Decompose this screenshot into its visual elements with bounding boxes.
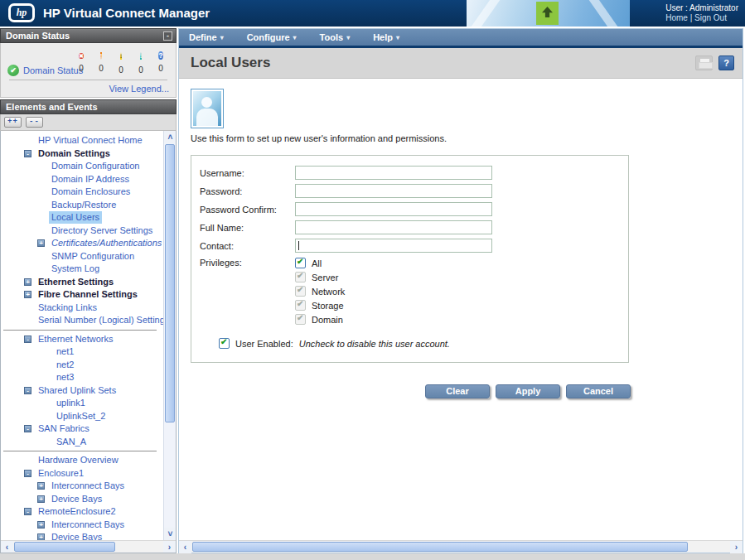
status-count: 0 (154, 64, 167, 73)
tree-item: +Device Bays (1, 531, 163, 540)
collapse-icon[interactable]: - (24, 150, 31, 157)
tree-item-label[interactable]: Certificates/Authentications (49, 237, 163, 249)
tree-item-label[interactable]: SNMP Configuration (49, 250, 137, 263)
scroll-right-icon[interactable]: › (163, 541, 176, 553)
tree-toolbar: ++ -- (0, 114, 177, 131)
collapse-icon[interactable]: - (24, 470, 31, 477)
tree-item-label[interactable]: Interconnect Bays (49, 519, 127, 531)
tree-item-label[interactable]: Backup/Restore (49, 199, 119, 211)
print-icon[interactable] (695, 56, 713, 70)
menu-help[interactable]: Help▾ (373, 32, 399, 42)
scroll-left-icon[interactable]: ‹ (179, 541, 191, 553)
tree-item-label[interactable]: Local Users (49, 211, 102, 224)
expand-icon[interactable]: + (37, 521, 45, 529)
password-confirm-field[interactable] (295, 202, 492, 216)
status-indicator: !0 (134, 46, 148, 75)
tree-item-label[interactable]: Domain IP Address (49, 173, 132, 186)
expand-icon[interactable]: + (37, 482, 45, 490)
collapse-all-button[interactable]: -- (26, 117, 43, 128)
username-field[interactable] (295, 166, 492, 180)
expand-icon[interactable]: + (37, 239, 45, 247)
tree-item-label[interactable]: SAN_A (54, 436, 89, 448)
tree-horizontal-scrollbar[interactable]: ‹ › (1, 540, 176, 553)
privilege-row: Storage (295, 300, 345, 311)
scroll-left-icon[interactable]: ‹ (1, 541, 13, 553)
sign-out-link[interactable]: Sign Out (694, 13, 727, 22)
tree-item-label[interactable]: Shared Uplink Sets (36, 384, 119, 397)
cancel-button[interactable]: Cancel (566, 384, 631, 398)
tree-item-label[interactable]: Hardware Overview (36, 454, 121, 466)
password-field[interactable] (295, 184, 492, 198)
status-indicator: !0 (94, 46, 108, 75)
tree-item-label[interactable]: uplink1 (54, 397, 88, 409)
expand-icon[interactable]: + (37, 533, 45, 540)
hp-logo-icon: hp (8, 3, 35, 22)
apply-button[interactable]: Apply (496, 384, 560, 398)
privilege-checkbox-all[interactable] (295, 258, 306, 268)
tree-item-label[interactable]: Ethernet Networks (36, 333, 115, 345)
full-name-field[interactable] (295, 220, 492, 234)
tree-item-label[interactable]: RemoteEnclosure2 (36, 505, 119, 518)
tree-item-label[interactable]: net1 (54, 345, 76, 358)
tree-item-label[interactable]: Domain Settings (36, 147, 113, 160)
tree-item: -Domain Settings (1, 147, 163, 161)
domain-status-panel-header: Domain Status - (0, 28, 177, 43)
scrollbar-thumb[interactable] (14, 542, 115, 552)
page-content: Use this form to set up new user's infor… (179, 79, 743, 540)
tree-item: -Enclosure1 (1, 467, 163, 480)
user-avatar-background (193, 91, 221, 126)
expand-icon[interactable]: + (24, 278, 31, 286)
caret-down-icon: ▾ (396, 34, 399, 41)
major-icon: ! (100, 52, 103, 60)
tree-item-label[interactable]: net3 (54, 371, 76, 384)
expand-icon[interactable]: + (24, 291, 31, 298)
tree-item-label[interactable]: Stacking Links (36, 302, 99, 314)
scrollbar-thumb[interactable] (165, 144, 175, 422)
scroll-up-icon[interactable]: ˄ (164, 131, 177, 143)
expand-all-button[interactable]: ++ (4, 117, 22, 128)
privilege-label: Network (312, 287, 345, 297)
scroll-down-icon[interactable]: ˅ (164, 528, 177, 540)
tree-item-label[interactable]: Serial Number (Logical) Settings (36, 314, 163, 326)
tree-item-label[interactable]: Device Bays (49, 531, 104, 540)
tree-item-label[interactable]: Interconnect Bays (49, 480, 127, 492)
app-header: hp HP Virtual Connect Manager User : Adm… (0, 0, 745, 27)
clear-button[interactable]: Clear (425, 384, 490, 398)
tree-item-label[interactable]: UplinkSet_2 (54, 410, 108, 422)
menu-define[interactable]: Define▾ (189, 32, 224, 42)
tree-item-label[interactable]: Enclosure1 (36, 467, 86, 480)
collapse-icon[interactable]: - (24, 508, 31, 515)
banner-stripe (586, 0, 622, 27)
view-legend-link[interactable]: View Legend... (109, 84, 169, 94)
tree-item-label[interactable]: Directory Server Settings (49, 224, 155, 237)
home-link[interactable]: Home (665, 13, 688, 22)
collapse-icon[interactable]: - (24, 387, 31, 394)
banner-stripe (468, 0, 504, 27)
tree-item-label[interactable]: HP Virtual Connect Home (36, 134, 145, 147)
tree-item-label[interactable]: Fibre Channel Settings (36, 288, 140, 301)
contact-field[interactable] (295, 239, 492, 253)
tree-item-label[interactable]: Domain Enclosures (49, 186, 133, 198)
tree-item-label[interactable]: Device Bays (49, 493, 104, 505)
menu-tools[interactable]: Tools▾ (320, 32, 351, 42)
main-horizontal-scrollbar[interactable]: ‹ › (179, 540, 743, 553)
collapse-icon[interactable]: - (24, 425, 31, 432)
status-count: 0 (114, 65, 128, 75)
tree-item-label[interactable]: net2 (54, 359, 76, 371)
tree-vertical-scrollbar[interactable]: ˄ ˅ (163, 131, 176, 540)
tree-item-label[interactable]: SAN Fabrics (36, 422, 92, 435)
warning-icon: ! (140, 52, 143, 60)
sidebar: Domain Status - ✔ Domain Status ✖0!0!0!0… (0, 28, 177, 553)
tree-item-label[interactable]: System Log (49, 263, 102, 275)
expand-icon[interactable]: + (37, 495, 45, 503)
collapse-icon[interactable]: - (24, 336, 31, 343)
scrollbar-thumb[interactable] (192, 542, 688, 552)
privilege-label: Domain (312, 315, 343, 325)
scroll-right-icon[interactable]: › (730, 541, 743, 553)
user-enabled-checkbox[interactable] (219, 338, 230, 349)
menu-configure[interactable]: Configure▾ (247, 32, 297, 42)
collapse-panel-icon[interactable]: - (163, 31, 172, 41)
help-icon[interactable]: ? (718, 56, 734, 70)
tree-item-label[interactable]: Ethernet Settings (36, 276, 116, 288)
tree-item-label[interactable]: Domain Configuration (49, 160, 142, 172)
